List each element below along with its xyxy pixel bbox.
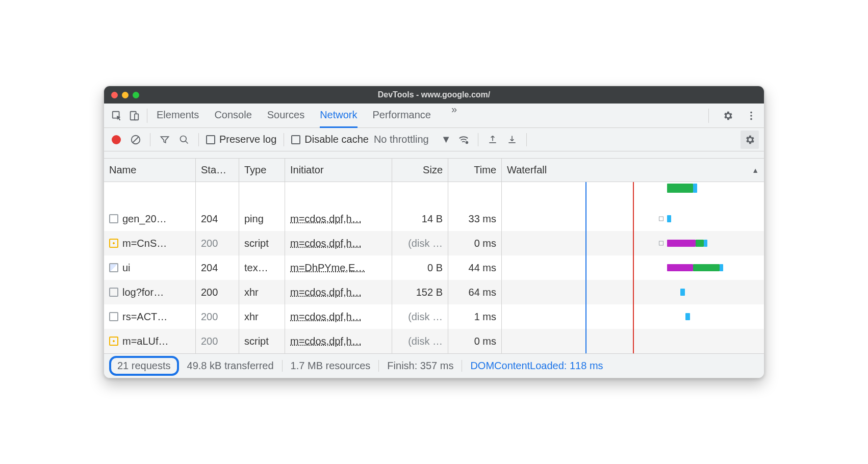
tab-sources[interactable]: Sources: [267, 104, 304, 128]
status-dcl: DOMContentLoaded: 118 ms: [462, 360, 611, 372]
export-har-icon[interactable]: [505, 133, 519, 147]
tab-list: Elements Console Sources Network Perform…: [157, 104, 701, 128]
request-name: rs=ACT…: [122, 311, 167, 323]
inspect-element-icon[interactable]: [108, 107, 125, 124]
request-type: ping: [239, 207, 285, 231]
checkbox-icon: [206, 135, 215, 144]
settings-gear-icon[interactable]: [719, 107, 736, 124]
request-table: gen_20…204pingm=cdos,dpf,h…14 B33 msm=Cn…: [104, 182, 764, 353]
titlebar: DevTools - www.google.com/: [104, 86, 764, 104]
request-name: log?for…: [122, 287, 164, 298]
network-toolbar: Preserve log Disable cache No throttling…: [104, 128, 764, 151]
record-button[interactable]: [109, 133, 123, 147]
request-type: tex…: [239, 255, 285, 280]
separator: [478, 133, 478, 146]
table-header: Name Sta… Type Initiator Size Time Water…: [104, 159, 764, 182]
main-tabbar: Elements Console Sources Network Perform…: [104, 104, 764, 128]
svg-line-9: [186, 141, 188, 143]
col-header-size[interactable]: Size: [392, 159, 448, 182]
file-type-icon: [109, 312, 118, 321]
waterfall-cell: [502, 207, 764, 231]
table-spacer: [104, 182, 764, 207]
svg-line-7: [133, 137, 139, 142]
col-header-type[interactable]: Type: [239, 159, 285, 182]
col-header-waterfall[interactable]: Waterfall ▲: [502, 159, 764, 182]
separator: [708, 109, 709, 123]
file-type-icon: [109, 263, 118, 272]
request-type: script: [239, 329, 285, 353]
disable-cache-checkbox[interactable]: Disable cache: [291, 134, 369, 145]
request-size: (disk …: [392, 304, 448, 329]
svg-point-3: [750, 111, 752, 113]
device-toolbar-icon[interactable]: [125, 107, 143, 124]
separator: [198, 133, 199, 146]
table-row[interactable]: ui204tex…m=DhPYme,E…0 B44 ms: [104, 255, 764, 280]
checkbox-icon: [291, 135, 300, 144]
tab-elements[interactable]: Elements: [157, 104, 199, 128]
file-type-icon: [109, 214, 118, 223]
request-type: script: [239, 231, 285, 255]
sort-arrow-icon: ▲: [752, 166, 759, 174]
tab-overflow-icon[interactable]: »: [446, 104, 462, 128]
waterfall-cell: [502, 255, 764, 280]
request-size: 152 B: [392, 280, 448, 304]
preserve-log-checkbox[interactable]: Preserve log: [206, 134, 276, 145]
file-type-icon: [109, 239, 118, 248]
request-initiator[interactable]: m=DhPYme,E…: [290, 262, 365, 274]
status-bar: 21 requests 49.8 kB transferred 1.7 MB r…: [104, 353, 764, 378]
table-row[interactable]: m=aLUf…200scriptm=cdos,dpf,h…(disk …0 ms: [104, 329, 764, 353]
col-header-status: Sta…: [196, 159, 239, 182]
separator: [147, 109, 147, 123]
import-har-icon[interactable]: [486, 133, 500, 147]
tab-performance[interactable]: Performance: [373, 104, 431, 128]
col-header-name[interactable]: Name: [104, 159, 196, 182]
request-size: (disk …: [392, 231, 448, 255]
request-time: 44 ms: [448, 255, 502, 280]
request-time: 0 ms: [448, 231, 502, 255]
tab-network[interactable]: Network: [320, 104, 357, 128]
svg-point-10: [465, 141, 468, 144]
request-initiator[interactable]: m=cdos,dpf,h…: [290, 213, 362, 225]
separator: [284, 133, 284, 146]
svg-point-5: [750, 118, 752, 120]
col-header-time[interactable]: Time: [448, 159, 502, 182]
table-row[interactable]: gen_20…204pingm=cdos,dpf,h…14 B33 ms: [104, 207, 764, 231]
request-initiator[interactable]: m=cdos,dpf,h…: [290, 336, 362, 347]
request-status: 200: [196, 304, 239, 329]
request-initiator[interactable]: m=cdos,dpf,h…: [290, 287, 362, 298]
clear-icon[interactable]: [129, 133, 143, 147]
preserve-log-label: Preserve log: [219, 134, 276, 145]
disable-cache-label: Disable cache: [304, 134, 369, 145]
status-transferred: 49.8 kB transferred: [179, 360, 283, 372]
request-initiator[interactable]: m=cdos,dpf,h…: [290, 311, 362, 323]
traffic-lights: [111, 92, 139, 98]
table-row[interactable]: rs=ACT…200xhrm=cdos,dpf,h…(disk …1 ms: [104, 304, 764, 329]
request-size: (disk …: [392, 329, 448, 353]
throttling-select[interactable]: No throttling ▼: [374, 134, 451, 145]
request-type: xhr: [239, 304, 285, 329]
network-settings-icon[interactable]: [741, 131, 759, 149]
col-header-initiator[interactable]: Initiator: [285, 159, 392, 182]
filter-icon[interactable]: [158, 133, 172, 147]
filter-strip: [104, 151, 764, 159]
window-minimize-button[interactable]: [122, 92, 129, 98]
table-row[interactable]: log?for…200xhrm=cdos,dpf,h…152 B64 ms: [104, 280, 764, 304]
devtools-window: DevTools - www.google.com/ Elements Cons…: [104, 86, 764, 378]
window-close-button[interactable]: [111, 92, 118, 98]
more-menu-icon[interactable]: [743, 107, 760, 124]
status-requests: 21 requests: [109, 356, 179, 376]
waterfall-label: Waterfall: [507, 164, 547, 176]
request-status: 200: [196, 329, 239, 353]
window-title: DevTools - www.google.com/: [378, 90, 490, 99]
request-status: 204: [196, 255, 239, 280]
window-maximize-button[interactable]: [133, 92, 139, 98]
request-initiator[interactable]: m=cdos,dpf,h…: [290, 238, 362, 249]
search-icon[interactable]: [177, 133, 191, 147]
request-status: 200: [196, 280, 239, 304]
table-row[interactable]: m=CnS…200scriptm=cdos,dpf,h…(disk …0 ms: [104, 231, 764, 255]
separator: [526, 133, 527, 146]
request-size: 14 B: [392, 207, 448, 231]
network-conditions-icon[interactable]: [456, 133, 471, 147]
waterfall-cell: [502, 304, 764, 329]
tab-console[interactable]: Console: [214, 104, 251, 128]
